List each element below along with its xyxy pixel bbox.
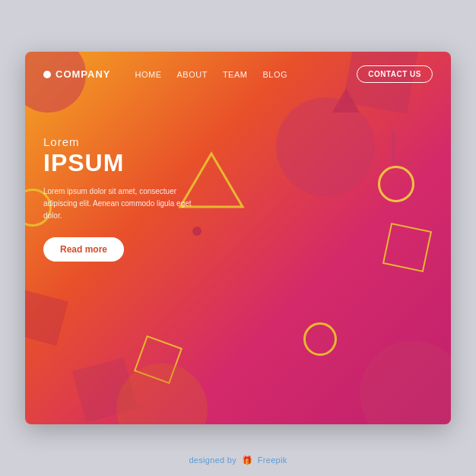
shape-circle-centerright bbox=[276, 97, 375, 196]
footer-text: designed by bbox=[189, 455, 236, 465]
nav-team[interactable]: TEAM bbox=[223, 70, 248, 79]
page-wrapper: COMPANY HOME ABOUT TEAM BLOG CONTACT US … bbox=[25, 52, 451, 424]
brand-name: COMPANY bbox=[56, 68, 110, 80]
shape-circle-bottomleft-faint bbox=[116, 363, 208, 424]
landing-page: COMPANY HOME ABOUT TEAM BLOG CONTACT US … bbox=[25, 52, 451, 424]
hero-body: Lorem ipsum dolor sit amet, consectuer a… bbox=[43, 186, 211, 222]
hero-title: IPSUM bbox=[43, 150, 211, 176]
shape-square-topleft bbox=[25, 290, 68, 345]
hero-subtitle: Lorem bbox=[43, 135, 211, 148]
nav-about[interactable]: ABOUT bbox=[176, 70, 207, 79]
shape-circle-outline-right bbox=[378, 166, 414, 202]
shape-circle-bottomright bbox=[360, 341, 451, 424]
nav-blog[interactable]: BLOG bbox=[262, 70, 287, 79]
nav-links: HOME ABOUT TEAM BLOG bbox=[135, 70, 357, 79]
footer-brand: Freepik bbox=[258, 455, 287, 465]
footer-credit: designed by 🎁 Freepik bbox=[0, 455, 476, 465]
navbar: COMPANY HOME ABOUT TEAM BLOG CONTACT US bbox=[25, 52, 451, 97]
nav-home[interactable]: HOME bbox=[135, 70, 161, 79]
brand: COMPANY bbox=[43, 68, 110, 80]
shape-circle-outline-bottomcenter bbox=[303, 322, 337, 356]
shape-bracket-topright bbox=[390, 128, 428, 166]
read-more-button[interactable]: Read more bbox=[43, 237, 124, 262]
brand-dot-icon bbox=[43, 71, 51, 78]
shape-square-outline-right bbox=[382, 223, 432, 272]
contact-button[interactable]: CONTACT US bbox=[357, 65, 433, 83]
hero-content: Lorem IPSUM Lorem ipsum dolor sit amet, … bbox=[43, 135, 211, 262]
